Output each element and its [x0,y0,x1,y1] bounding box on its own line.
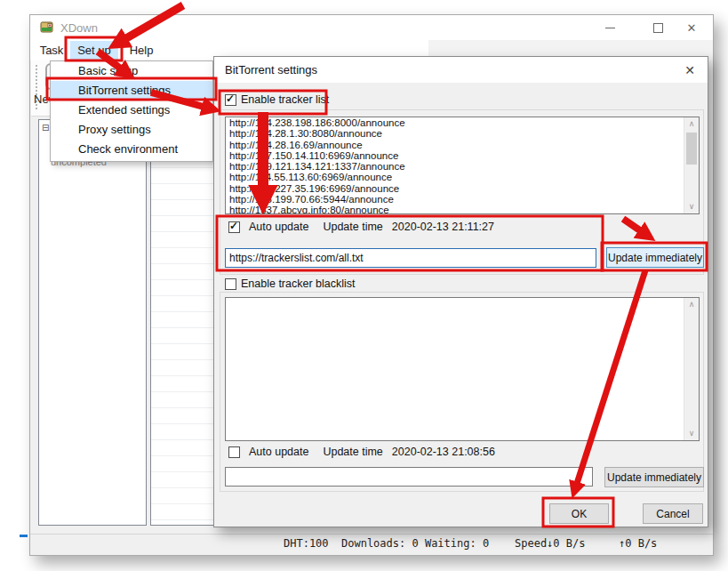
task-tree-panel: ⊟·· All uncompleted [38,119,147,526]
tree-collapse-icon[interactable]: ⊟ [42,123,49,133]
menu-item-bittorrent-settings[interactable]: BitTorrent settings [51,81,212,101]
tracker-url-list[interactable]: http://104.238.198.186:8000/announce htt… [225,117,700,214]
screenshot-stage: XDown ✕ Task Set up Help New ⊟·· All unc… [0,0,728,571]
scroll-up-icon[interactable]: ∧ [684,298,699,311]
status-upload-speed: ↑0 B/s [619,537,657,550]
minimize-icon [605,28,615,28]
xdown-logo-icon [40,20,54,35]
scroll-up-icon[interactable]: ∧ [684,117,699,131]
blue-dash-mark [20,535,28,537]
menu-help[interactable]: Help [125,41,157,60]
window-title: XDown [60,21,98,35]
tracker-url: http://125.227.35.196:6969/announce [226,183,699,194]
enable-tracker-blacklist-label: Enable tracker blacklist [241,277,356,290]
enable-tracker-blacklist-checkbox[interactable] [225,278,236,290]
enable-tracker-blacklist-row[interactable]: Enable tracker blacklist [225,277,360,290]
menu-task[interactable]: Task [36,41,67,60]
ok-button[interactable]: OK [549,503,609,524]
bittorrent-settings-dialog: BitTorrent settings ✕ Enable tracker lis… [213,56,708,527]
close-icon: ✕ [687,22,697,34]
status-bar: DHT:100 Downloads: 0 Waiting: 0 Speed↓0 … [30,534,713,555]
blacklist-update-time-label: Update time [323,446,382,458]
status-download-speed: Speed↓0 B/s [515,537,585,550]
blacklist-auto-update-label: Auto update [249,446,308,458]
scroll-down-icon[interactable]: ∨ [684,427,699,440]
setup-dropdown-menu: Basic setup BitTorrent settings Extended… [50,60,213,162]
titlebar: XDown ✕ [30,15,713,40]
tracker-url: http://114.55.113.60:6969/announce [226,172,699,182]
blacklist-textarea[interactable]: ∧ ∨ [225,297,700,441]
tracker-url: http://107.150.14.110:6969/announce [226,150,699,161]
blacklist-auto-update-checkbox[interactable] [228,446,240,458]
tracker-source-url-input[interactable] [225,248,596,268]
menu-item-basic-setup[interactable]: Basic setup [51,61,212,81]
blacklist-update-time-value: 2020-02-13 21:08:56 [392,446,495,458]
tracker-update-time-label: Update time [323,221,382,233]
scrollbar-thumb[interactable] [686,133,697,165]
enable-tracker-list-checkbox[interactable] [225,94,236,106]
menu-item-extended-settings[interactable]: Extended settings [51,101,212,120]
menu-item-check-environment[interactable]: Check environment [51,140,212,159]
minimize-button[interactable] [590,15,630,40]
status-downloads: Downloads: 0 Waiting: 0 [341,537,489,550]
tracker-url: http://104.28.16.69/announce [226,140,699,150]
enable-tracker-list-row[interactable]: Enable tracker list [225,93,333,106]
status-dht: DHT:100 [284,537,329,550]
menu-setup[interactable]: Set up [70,41,118,60]
tracker-url: http://128.199.70.66:5944/announce [226,194,699,205]
tracker-auto-update-row: Auto update Update time 2020-02-13 21:11… [228,221,494,233]
cancel-button[interactable]: Cancel [643,503,703,524]
tracker-url: http://104.238.198.186:8000/announce [226,117,699,128]
maximize-icon [653,23,663,33]
tracker-url: http://109.121.134.121:1337/announce [226,161,699,172]
tracker-update-immediately-button[interactable]: Update immediately [606,247,704,268]
blacklist-source-url-input[interactable] [225,467,593,487]
tracker-url: http://104.28.1.30:8080/announce [226,128,699,139]
dialog-titlebar: BitTorrent settings ✕ [214,57,708,83]
tracker-auto-update-checkbox[interactable] [228,221,240,233]
tracker-update-time-value: 2020-02-13 21:11:27 [392,221,494,233]
blacklist-scrollbar[interactable]: ∧ ∨ [684,298,699,440]
scroll-down-icon[interactable]: ∨ [684,200,699,213]
tracker-url: http://1337.abcvg.info:80/announce [226,205,699,214]
enable-tracker-list-label: Enable tracker list [241,93,329,106]
tracker-auto-update-label: Auto update [249,221,308,233]
dialog-close-button[interactable]: ✕ [679,61,700,79]
blacklist-update-immediately-button[interactable]: Update immediately [604,467,704,487]
menu-item-proxy-settings[interactable]: Proxy settings [51,120,212,140]
close-button[interactable]: ✕ [672,15,711,40]
blacklist-auto-update-row: Auto update Update time 2020-02-13 21:08… [228,446,495,458]
tracker-list-scrollbar[interactable]: ∧ ∨ [684,117,699,213]
dialog-title: BitTorrent settings [225,63,317,76]
